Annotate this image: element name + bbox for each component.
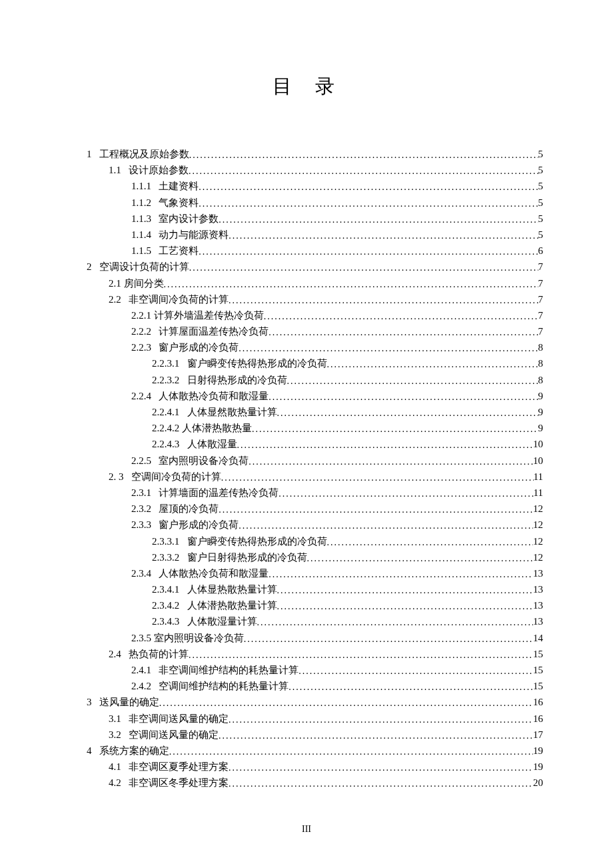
toc-entry-text: 窗户瞬变传热得热形成的冷负荷	[187, 534, 327, 550]
toc-entry-number: 2. 3	[109, 469, 131, 485]
toc-leader-dots	[307, 551, 534, 566]
toc-entry-number: 2	[87, 259, 99, 275]
toc-leader-dots	[189, 148, 538, 163]
toc-entry-page: 5	[538, 147, 544, 163]
toc-entry-text: 人体潜热散热量	[182, 421, 252, 437]
toc-entry-number: 2.2.4.1	[152, 405, 187, 421]
toc-entry-number: 2.2.4	[131, 389, 159, 405]
toc-leader-dots	[229, 713, 533, 727]
toc-entry: 2.2.3窗户形成的冷负荷8	[73, 340, 543, 356]
toc-entry-page: 17	[533, 727, 543, 743]
toc-leader-dots	[327, 535, 534, 550]
toc-title: 目 录	[73, 73, 543, 100]
toc-entry-page: 10	[533, 453, 543, 469]
toc-entry-number: 2.4.1	[131, 663, 159, 679]
toc-entry-number: 2.3.4.1	[152, 582, 187, 598]
toc-entry: 3.2空调间送风量的确定17	[73, 727, 543, 743]
toc-leader-dots	[199, 180, 538, 195]
toc-entry-number: 2.2	[109, 292, 129, 308]
toc-entry-text: 人体散热冷负荷和散湿量	[159, 389, 269, 405]
toc-entry-text: 日射得热形成的冷负荷	[187, 373, 287, 389]
toc-entry-page: 12	[533, 517, 543, 533]
toc-entry-text: 空调间冷负荷的计算	[131, 469, 221, 485]
toc-entry-page: 6	[538, 243, 544, 259]
toc-leader-dots	[219, 729, 533, 743]
toc-entry: 3送风量的确定16	[73, 695, 543, 711]
toc-entry-page: 20	[533, 775, 543, 791]
toc-entry-page: 11	[534, 485, 543, 501]
toc-leader-dots	[229, 777, 533, 791]
toc-entry-text: 计算屋面温差传热冷负荷	[159, 324, 269, 340]
toc-entry-text: 空调设计负荷的计算	[99, 259, 189, 275]
toc-leader-dots	[252, 422, 538, 437]
toc-leader-dots	[277, 599, 534, 614]
toc-entry-page: 9	[538, 389, 544, 405]
toc-entry-text: 空调间送风量的确定	[129, 727, 219, 743]
toc-entry-number: 2.3.4.3	[152, 614, 187, 630]
toc-entry: 2.3.2屋顶的冷负荷12	[73, 501, 543, 517]
toc-entry-text: 系统方案的确定	[99, 743, 169, 759]
toc-leader-dots	[269, 390, 538, 405]
toc-entry-text: 人体散湿量	[187, 437, 237, 453]
toc-entry-text: 非空调区夏季处理方案	[129, 759, 229, 775]
toc-entry-number: 2.2.5	[131, 453, 159, 469]
toc-entry: 2.3.4.1人体显热散热量计算13	[73, 582, 543, 598]
toc-entry-number: 1	[87, 147, 99, 163]
toc-entry: 2.2.5室内照明设备冷负荷10	[73, 453, 543, 469]
toc-leader-dots	[244, 632, 533, 647]
toc-entry-number: 2.3.1	[131, 485, 159, 501]
toc-entry-number: 4.1	[109, 759, 129, 775]
toc-entry-text: 人体潜热散热量计算	[187, 598, 277, 614]
toc-entry: 2.2.1计算外墙温差传热冷负荷7	[73, 308, 543, 324]
toc-entry: 1.1设计原始参数5	[73, 163, 543, 179]
toc-entry: 2.3.4.3人体散湿量计算13	[73, 614, 543, 630]
toc-entry: 2.3.3.2窗户日射得热形成的冷负荷12	[73, 550, 543, 566]
toc-entry-text: 计算外墙温差传热冷负荷	[154, 308, 264, 324]
toc-entry: 2.4热负荷的计算15	[73, 647, 543, 663]
toc-entry-page: 7	[538, 308, 544, 324]
toc-leader-dots	[269, 567, 533, 582]
toc-entry-page: 8	[538, 356, 544, 372]
toc-entry-number: 2.3.4.2	[152, 598, 187, 614]
toc-entry-number: 1.1.3	[131, 211, 159, 227]
toc-entry-text: 设计原始参数	[129, 163, 189, 179]
toc-entry-page: 9	[538, 405, 544, 421]
toc-entry-number: 2.3.2	[131, 501, 159, 517]
toc-entry-page: 7	[538, 292, 544, 308]
toc-entry: 2.4.2空调间维护结构的耗热量计算15	[73, 679, 543, 695]
toc-leader-dots	[229, 229, 538, 243]
toc-entry-text: 计算墙面的温差传热冷负荷	[159, 485, 279, 501]
toc-leader-dots	[189, 164, 538, 179]
toc-leader-dots	[239, 341, 538, 356]
toc-entry: 2.3.1计算墙面的温差传热冷负荷11	[73, 485, 543, 501]
toc-leader-dots	[159, 696, 533, 711]
toc-entry-page: 19	[533, 759, 543, 775]
toc-entry-text: 工艺资料	[159, 243, 199, 259]
toc-entry-page: 7	[538, 276, 544, 292]
toc-entry-page: 5	[538, 163, 544, 179]
toc-entry-page: 10	[533, 437, 543, 453]
toc-entry-page: 12	[533, 550, 543, 566]
toc-entry-text: 室内照明设备冷负荷	[154, 631, 244, 647]
toc-entry-number: 2.3.4	[131, 566, 159, 582]
toc-entry-page: 15	[533, 647, 543, 663]
toc-entry-text: 非空调间冷负荷的计算	[129, 292, 229, 308]
toc-entry-number: 3.1	[109, 711, 129, 727]
toc-entry-text: 屋顶的冷负荷	[159, 501, 219, 517]
toc-entry-page: 13	[533, 614, 543, 630]
toc-entry-number: 4.2	[109, 775, 129, 791]
toc-entry-text: 气象资料	[159, 195, 199, 211]
toc-entry: 4.1非空调区夏季处理方案19	[73, 759, 543, 775]
toc-leader-dots	[249, 455, 533, 469]
toc-entry-page: 5	[538, 211, 544, 227]
toc-entry-number: 4	[87, 743, 99, 759]
toc-entry-page: 7	[538, 259, 544, 275]
toc-entry: 4系统方案的确定19	[73, 743, 543, 759]
toc-entry-number: 1.1.1	[131, 179, 159, 195]
toc-entry: 1.1.1土建资料5	[73, 179, 543, 195]
toc-leader-dots	[264, 309, 538, 324]
toc-entry: 2.3.3窗户形成的冷负荷12	[73, 517, 543, 533]
toc-entry: 4.2非空调区冬季处理方案20	[73, 775, 543, 791]
toc-leader-dots	[229, 761, 533, 775]
toc-entry: 2.2非空调间冷负荷的计算7	[73, 292, 543, 308]
